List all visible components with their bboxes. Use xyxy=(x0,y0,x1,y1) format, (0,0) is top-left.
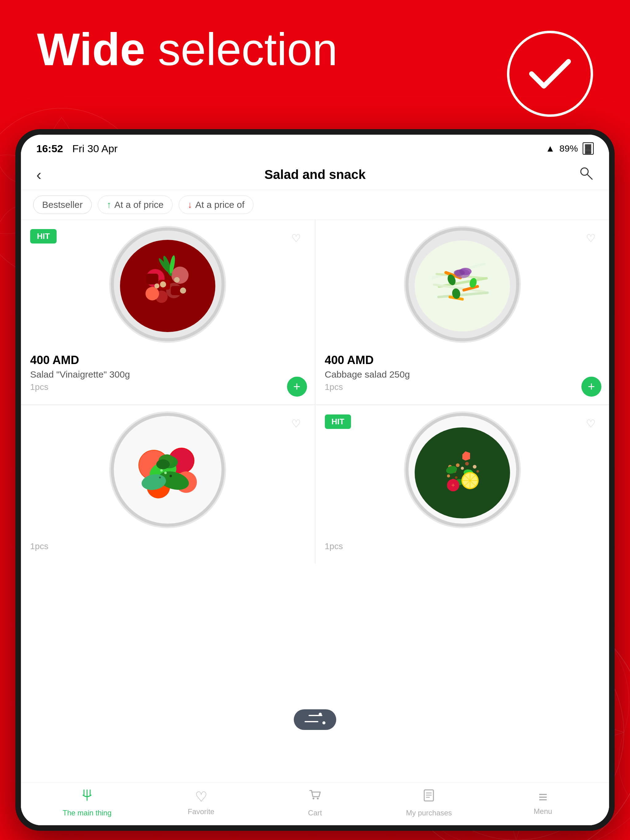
screen-content: ‹ Salad and snack Bestseller ↑ At a of p… xyxy=(21,159,609,825)
status-bar: 16:52 Fri 30 Apr ▲ 89% ▓ xyxy=(21,135,609,159)
tab-main-label: The main thing xyxy=(63,808,112,817)
product-price: 400 AMD xyxy=(325,354,600,367)
svg-point-51 xyxy=(160,469,163,472)
back-button[interactable]: ‹ xyxy=(36,166,55,183)
navigation-bar: ‹ Salad and snack xyxy=(21,159,609,190)
page-title: Wide selection xyxy=(37,25,337,75)
svg-point-74 xyxy=(476,470,479,472)
svg-point-11 xyxy=(171,267,188,284)
svg-point-12 xyxy=(146,287,159,300)
add-to-cart-button[interactable]: + xyxy=(287,377,307,396)
tab-cart[interactable]: Cart xyxy=(258,788,372,817)
filter-bar: Bestseller ↑ At a of price ↓ At a price … xyxy=(21,190,609,220)
product-name: Salad "Vinaigrette" 300g xyxy=(30,369,306,380)
product-image xyxy=(109,226,226,343)
filter-price-desc[interactable]: ↓ At a price of xyxy=(179,196,253,214)
hit-badge: HIT xyxy=(325,414,351,429)
svg-rect-14 xyxy=(171,286,182,295)
status-time: 16:52 xyxy=(36,143,63,155)
tab-menu[interactable]: ≡ Menu xyxy=(486,789,600,816)
product-price: 400 AMD xyxy=(30,354,306,367)
tab-menu-label: Menu xyxy=(534,807,552,816)
tab-purchases[interactable]: My purchases xyxy=(372,788,486,817)
tab-purchases-label: My purchases xyxy=(406,808,452,817)
product-qty: 1pcs xyxy=(30,382,306,392)
product-image-container: HIT ♡ xyxy=(21,220,315,349)
cart-icon xyxy=(307,788,323,806)
filter-price-asc[interactable]: ↑ At a of price xyxy=(98,196,173,214)
svg-point-64 xyxy=(461,467,464,470)
tab-favorite-label: Favorite xyxy=(188,807,214,816)
product-grid: HIT ♡ xyxy=(21,220,609,564)
product-card: HIT ♡ xyxy=(316,405,609,564)
svg-point-60 xyxy=(415,427,510,518)
product-info: 1pcs xyxy=(316,534,609,554)
device-frame: 16:52 Fri 30 Apr ▲ 89% ▓ ‹ Salad and sna… xyxy=(15,129,615,831)
battery-percentage: 89% xyxy=(560,143,578,154)
menu-icon: ≡ xyxy=(538,789,547,805)
favorite-button[interactable]: ♡ xyxy=(285,227,307,249)
product-card: ♡ xyxy=(21,405,315,564)
svg-point-25 xyxy=(415,240,510,332)
product-image-container: HIT ♡ xyxy=(316,405,609,534)
product-info: 400 AMD Cabbage salad 250g 1pcs xyxy=(316,349,609,395)
tab-main[interactable]: The main thing xyxy=(30,788,144,817)
filter-bestseller[interactable]: Bestseller xyxy=(33,196,92,214)
purchases-icon xyxy=(421,788,437,806)
product-qty: 1pcs xyxy=(325,382,600,392)
filter-label: At a of price xyxy=(114,199,164,210)
status-date: Fri 30 Apr xyxy=(72,143,117,155)
product-image xyxy=(109,411,226,528)
product-image-container: ♡ xyxy=(21,405,315,534)
product-image-container: ♡ xyxy=(316,220,609,349)
svg-point-67 xyxy=(473,465,476,469)
svg-point-20 xyxy=(174,277,180,283)
svg-point-91 xyxy=(317,797,319,799)
svg-point-72 xyxy=(455,476,457,479)
favorite-button[interactable]: ♡ xyxy=(285,413,307,434)
svg-point-68 xyxy=(447,474,450,477)
arrow-down-icon: ↓ xyxy=(188,199,192,210)
product-card: ♡ xyxy=(316,220,609,404)
heart-icon: ♡ xyxy=(195,789,207,805)
tab-favorite[interactable]: ♡ Favorite xyxy=(144,789,258,816)
svg-point-65 xyxy=(465,462,469,466)
search-button[interactable] xyxy=(575,166,594,183)
add-to-cart-button[interactable]: + xyxy=(581,377,602,396)
app-logo xyxy=(507,31,593,117)
product-name: Cabbage salad 250g xyxy=(325,369,600,380)
svg-point-22 xyxy=(180,287,186,294)
svg-point-21 xyxy=(154,284,159,288)
battery-icon: ▓ xyxy=(583,142,594,155)
wifi-icon: ▲ xyxy=(546,143,555,154)
svg-point-57 xyxy=(159,477,161,478)
tab-bar: The main thing ♡ Favorite Cart xyxy=(21,782,609,825)
product-image xyxy=(404,226,521,343)
svg-point-90 xyxy=(313,797,314,799)
favorite-button[interactable]: ♡ xyxy=(580,413,602,434)
product-image xyxy=(404,411,521,528)
svg-line-4 xyxy=(587,175,592,179)
product-qty: 1pcs xyxy=(325,542,600,551)
product-qty: 1pcs xyxy=(30,542,306,551)
product-scroll-area: HIT ♡ xyxy=(21,220,609,782)
filter-label: Bestseller xyxy=(42,199,83,210)
filter-label: At a price of xyxy=(195,199,245,210)
svg-point-63 xyxy=(456,463,459,467)
device-screen: 16:52 Fri 30 Apr ▲ 89% ▓ ‹ Salad and sna… xyxy=(21,135,609,825)
hit-badge: HIT xyxy=(30,229,57,243)
svg-point-52 xyxy=(164,472,167,474)
arrow-up-icon: ↑ xyxy=(107,199,111,210)
favorite-button[interactable]: ♡ xyxy=(580,227,602,249)
tab-cart-label: Cart xyxy=(308,808,322,817)
utensils-icon xyxy=(79,788,95,806)
svg-point-3 xyxy=(581,168,588,175)
product-info: 400 AMD Salad "Vinaigrette" 300g 1pcs xyxy=(21,349,315,395)
nav-title: Salad and snack xyxy=(55,167,575,182)
svg-point-56 xyxy=(169,475,172,477)
svg-point-36 xyxy=(454,270,465,276)
svg-point-19 xyxy=(160,281,166,287)
product-info: 1pcs xyxy=(21,534,315,554)
filter-fab-button[interactable] xyxy=(294,709,336,730)
svg-rect-13 xyxy=(146,274,158,284)
